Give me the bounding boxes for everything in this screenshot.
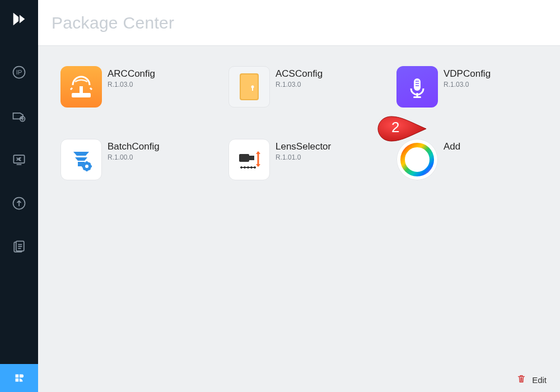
- batchconfig-icon: [60, 139, 102, 180]
- edit-button[interactable]: Edit: [532, 375, 547, 385]
- package-title: LensSelector: [276, 141, 331, 152]
- bottom-bar: Edit: [38, 367, 560, 392]
- package-version: R.1.03.0: [108, 81, 155, 88]
- svg-point-23: [403, 145, 432, 174]
- package-acsconfig[interactable]: ACSConfig R.1.03.0: [228, 66, 396, 122]
- svg-rect-16: [417, 93, 418, 97]
- package-title: ARCConfig: [108, 68, 155, 80]
- svg-rect-17: [413, 96, 421, 98]
- header: Package Center: [38, 0, 560, 46]
- svg-text:IP: IP: [16, 69, 22, 76]
- package-version: R.1.03.0: [276, 81, 323, 88]
- package-arcconfig[interactable]: ARCConfig R.1.03.0: [60, 66, 228, 122]
- sidebar-item-documents[interactable]: [0, 235, 38, 259]
- sidebar-item-upgrade[interactable]: [0, 192, 38, 215]
- app-logo: [0, 0, 38, 38]
- package-batchconfig[interactable]: BatchConfig R.1.00.0: [60, 139, 228, 195]
- svg-rect-10: [80, 86, 83, 94]
- package-grid: ARCConfig R.1.03.0 ACSConfig R.1.03.0: [60, 66, 556, 195]
- sidebar-item-tools[interactable]: [0, 148, 38, 171]
- sidebar: IP: [0, 0, 38, 392]
- package-add[interactable]: Add: [396, 139, 560, 195]
- acsconfig-icon: [228, 66, 270, 108]
- add-icon: [396, 139, 438, 180]
- sidebar-item-package-center[interactable]: [0, 364, 38, 392]
- sidebar-item-device-settings[interactable]: [0, 104, 38, 128]
- lensselector-icon: [228, 139, 270, 180]
- svg-rect-21: [239, 154, 249, 162]
- sidebar-nav: IP: [0, 38, 38, 259]
- svg-point-20: [85, 165, 88, 168]
- package-version: R.1.01.0: [276, 153, 331, 161]
- package-version: R.1.00.0: [108, 153, 160, 161]
- package-lensselector[interactable]: LensSelector R.1.01.0: [228, 139, 396, 195]
- package-title: BatchConfig: [108, 141, 160, 152]
- svg-rect-22: [249, 156, 254, 160]
- package-title: Add: [444, 141, 460, 152]
- package-title: VDPConfig: [444, 68, 491, 80]
- svg-rect-12: [241, 74, 258, 99]
- vdpconfig-icon: [396, 66, 438, 108]
- sidebar-item-ip[interactable]: IP: [0, 60, 38, 84]
- arcconfig-icon: [60, 66, 102, 108]
- svg-rect-15: [414, 78, 421, 91]
- package-vdpconfig[interactable]: VDPConfig R.1.03.0: [396, 66, 560, 122]
- package-title: ACSConfig: [276, 68, 323, 80]
- package-version: R.1.03.0: [444, 81, 491, 88]
- delete-button[interactable]: [516, 374, 526, 386]
- svg-rect-14: [252, 87, 253, 91]
- trash-icon: [516, 374, 526, 386]
- content: ARCConfig R.1.03.0 ACSConfig R.1.03.0: [38, 46, 560, 367]
- page-title: Package Center: [52, 13, 174, 32]
